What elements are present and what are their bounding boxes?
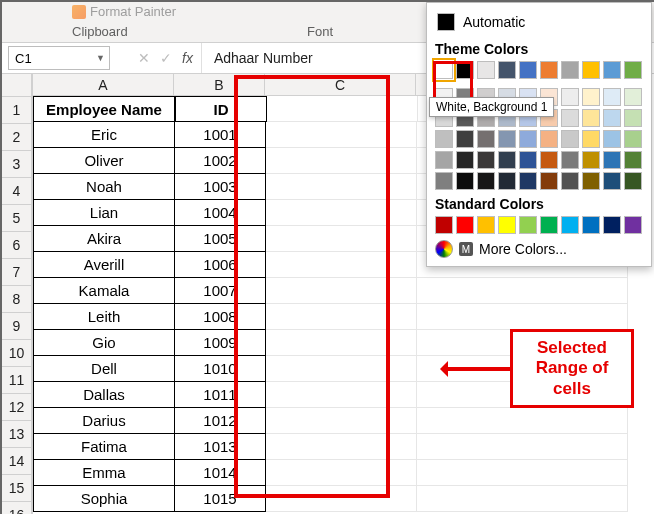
color-swatch[interactable] <box>477 151 495 169</box>
color-swatch[interactable] <box>624 151 642 169</box>
cell[interactable]: Eric <box>33 122 175 148</box>
color-swatch[interactable] <box>519 130 537 148</box>
cell[interactable] <box>266 330 417 356</box>
row-header[interactable]: 7 <box>2 259 32 286</box>
cell[interactable] <box>266 486 417 512</box>
cell[interactable]: 1006 <box>175 252 266 278</box>
cell[interactable]: 1007 <box>175 278 266 304</box>
cell[interactable] <box>266 460 417 486</box>
cell[interactable] <box>266 304 417 330</box>
cell[interactable] <box>417 460 628 486</box>
cell[interactable]: Kamala <box>33 278 175 304</box>
row-header[interactable]: 6 <box>2 232 32 259</box>
cell[interactable]: 1005 <box>175 226 266 252</box>
cell[interactable]: 1008 <box>175 304 266 330</box>
cell[interactable]: Akira <box>33 226 175 252</box>
row-header[interactable]: 15 <box>2 475 32 502</box>
color-swatch[interactable] <box>477 130 495 148</box>
cell[interactable]: Gio <box>33 330 175 356</box>
color-swatch[interactable] <box>477 61 495 79</box>
cell[interactable] <box>266 434 417 460</box>
color-swatch[interactable] <box>561 61 579 79</box>
cell[interactable] <box>417 408 628 434</box>
cell[interactable]: Lian <box>33 200 175 226</box>
color-swatch[interactable] <box>456 130 474 148</box>
cell[interactable]: 1002 <box>175 148 266 174</box>
color-swatch[interactable] <box>540 151 558 169</box>
color-swatch[interactable] <box>624 88 642 106</box>
cell[interactable] <box>266 382 417 408</box>
cell[interactable] <box>266 174 417 200</box>
cell[interactable]: Darius <box>33 408 175 434</box>
color-swatch[interactable] <box>603 88 621 106</box>
cell[interactable] <box>266 408 417 434</box>
cell[interactable] <box>266 226 417 252</box>
fx-label[interactable]: fx <box>182 50 193 66</box>
cell[interactable] <box>267 96 418 122</box>
color-swatch[interactable] <box>519 61 537 79</box>
color-swatch[interactable] <box>603 61 621 79</box>
cell[interactable]: Leith <box>33 304 175 330</box>
color-swatch[interactable] <box>498 61 516 79</box>
cell[interactable] <box>266 356 417 382</box>
col-header-C[interactable]: C <box>265 74 416 96</box>
cell[interactable] <box>417 304 628 330</box>
cell[interactable]: 1013 <box>175 434 266 460</box>
more-colors-button[interactable]: M More Colors... <box>435 240 643 258</box>
cell[interactable]: Dell <box>33 356 175 382</box>
row-header[interactable]: 3 <box>2 151 32 178</box>
cell[interactable]: Emma <box>33 460 175 486</box>
color-swatch[interactable] <box>435 151 453 169</box>
cell[interactable]: Oliver <box>33 148 175 174</box>
cell[interactable] <box>417 486 628 512</box>
row-header[interactable]: 2 <box>2 124 32 151</box>
cell[interactable] <box>266 200 417 226</box>
col-header-B[interactable]: B <box>174 74 265 96</box>
color-swatch[interactable] <box>456 172 474 190</box>
color-swatch[interactable] <box>624 172 642 190</box>
cell[interactable]: 1009 <box>175 330 266 356</box>
cell[interactable]: Sophia <box>33 486 175 512</box>
color-swatch[interactable] <box>624 130 642 148</box>
row-header[interactable]: 1 <box>2 97 32 124</box>
color-swatch[interactable] <box>456 216 474 234</box>
color-swatch[interactable] <box>582 151 600 169</box>
color-swatch[interactable] <box>456 151 474 169</box>
color-swatch[interactable] <box>561 216 579 234</box>
color-swatch[interactable] <box>561 130 579 148</box>
cancel-formula-icon[interactable]: ✕ <box>138 50 150 66</box>
row-header[interactable]: 8 <box>2 286 32 313</box>
color-swatch[interactable] <box>603 172 621 190</box>
format-painter-button[interactable]: Format Painter <box>72 4 176 19</box>
color-swatch[interactable] <box>624 216 642 234</box>
col-header-A[interactable]: A <box>33 74 174 96</box>
cell[interactable] <box>417 434 628 460</box>
cell[interactable]: ID <box>175 96 267 122</box>
color-swatch[interactable] <box>624 109 642 127</box>
row-header[interactable]: 16 <box>2 502 32 514</box>
color-swatch[interactable] <box>477 216 495 234</box>
cell[interactable] <box>417 278 628 304</box>
color-swatch[interactable] <box>540 130 558 148</box>
color-swatch[interactable] <box>435 216 453 234</box>
color-swatch[interactable] <box>519 216 537 234</box>
cell[interactable] <box>266 148 417 174</box>
color-swatch[interactable] <box>540 216 558 234</box>
cell[interactable] <box>266 252 417 278</box>
color-swatch[interactable] <box>561 151 579 169</box>
cell[interactable]: Fatima <box>33 434 175 460</box>
color-swatch[interactable] <box>435 172 453 190</box>
color-swatch[interactable] <box>540 172 558 190</box>
color-swatch[interactable] <box>624 61 642 79</box>
select-all-corner[interactable] <box>2 74 32 97</box>
color-swatch[interactable] <box>456 61 474 79</box>
row-header[interactable]: 10 <box>2 340 32 367</box>
cell[interactable]: 1001 <box>175 122 266 148</box>
cell[interactable]: Employee Name <box>33 96 175 122</box>
color-swatch[interactable] <box>519 151 537 169</box>
color-swatch[interactable] <box>603 216 621 234</box>
row-header[interactable]: 9 <box>2 313 32 340</box>
automatic-color-row[interactable]: Automatic <box>435 9 643 35</box>
color-swatch[interactable] <box>498 130 516 148</box>
color-swatch[interactable] <box>603 130 621 148</box>
